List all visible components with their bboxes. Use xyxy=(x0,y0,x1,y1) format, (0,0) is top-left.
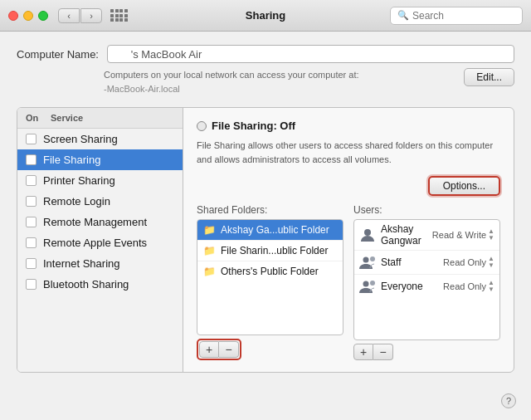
user-name-2: Everyone xyxy=(381,281,443,292)
computer-name-label: Computer Name: xyxy=(17,48,99,61)
main-panel: On Service Screen Sharing File Sharing P… xyxy=(17,107,514,373)
traffic-lights xyxy=(8,11,48,21)
computer-name-row: Computer Name: xyxy=(17,45,514,63)
local-address-line1: Computers on your local network can acce… xyxy=(104,68,359,82)
folder-icon-1: 📁 xyxy=(202,244,216,257)
printer-sharing-checkbox[interactable] xyxy=(26,175,37,186)
edit-button[interactable]: Edit... xyxy=(464,68,514,86)
maximize-button[interactable] xyxy=(38,11,48,21)
users-remove-button[interactable]: − xyxy=(373,344,393,360)
folders-remove-button[interactable]: − xyxy=(219,341,239,358)
bluetooth-sharing-label: Bluetooth Sharing xyxy=(43,278,129,291)
options-button-row: Options... xyxy=(197,176,500,196)
stepper-icon-2[interactable]: ▲▼ xyxy=(488,280,494,293)
sidebar-item-file-sharing[interactable]: File Sharing xyxy=(17,149,183,170)
window-title: Sharing xyxy=(246,9,285,22)
remote-apple-events-checkbox[interactable] xyxy=(26,237,37,248)
folder-item-0[interactable]: 📁 Akshay Ga...ublic Folder xyxy=(197,220,343,241)
sidebar-item-remote-apple-events[interactable]: Remote Apple Events xyxy=(17,232,183,253)
users-add-button[interactable]: + xyxy=(353,344,373,360)
screen-sharing-checkbox[interactable] xyxy=(26,134,37,144)
remote-apple-events-label: Remote Apple Events xyxy=(43,237,147,249)
user-permission-1: Read Only ▲▼ xyxy=(443,256,494,269)
content-area: Computer Name: Computers on your local n… xyxy=(0,32,531,420)
stepper-icon-0[interactable]: ▲▼ xyxy=(488,228,494,242)
shared-folders-list: 📁 Akshay Ga...ublic Folder 📁 File Sharin… xyxy=(197,219,343,335)
search-icon: 🔍 xyxy=(397,10,409,21)
user-icon-1 xyxy=(359,254,376,271)
right-panel: File Sharing: Off File Sharing allows ot… xyxy=(183,108,514,372)
grid-icon[interactable] xyxy=(110,9,128,22)
folders-bottom: + − xyxy=(197,339,343,360)
folder-item-1[interactable]: 📁 File Sharin...ublic Folder xyxy=(197,241,343,261)
screen-sharing-label: Screen Sharing xyxy=(43,133,118,145)
sidebar-header: On Service xyxy=(17,108,183,129)
folder-item-2[interactable]: 📁 Others's Public Folder xyxy=(197,261,343,281)
nav-buttons: ‹ › xyxy=(58,8,102,23)
user-permission-0: Read & Write ▲▼ xyxy=(432,228,494,242)
remote-management-checkbox[interactable] xyxy=(26,217,37,227)
internet-sharing-checkbox[interactable] xyxy=(26,258,37,269)
options-button[interactable]: Options... xyxy=(428,176,500,196)
user-permission-2: Read Only ▲▼ xyxy=(443,280,494,293)
sidebar-item-internet-sharing[interactable]: Internet Sharing xyxy=(17,253,183,274)
sidebar-item-screen-sharing[interactable]: Screen Sharing xyxy=(17,129,183,149)
radio-off-icon[interactable] xyxy=(197,121,207,131)
local-address-text: Computers on your local network can acce… xyxy=(104,68,359,95)
folder-name-0: Akshay Ga...ublic Folder xyxy=(221,224,329,236)
user-name-0: Akshay Gangwar xyxy=(381,223,432,247)
user-icon-0 xyxy=(359,227,376,243)
user-item-0[interactable]: Akshay Gangwar Read & Write ▲▼ xyxy=(354,220,499,251)
minimize-button[interactable] xyxy=(23,11,33,21)
close-button[interactable] xyxy=(8,11,18,21)
sidebar: On Service Screen Sharing File Sharing P… xyxy=(17,108,183,372)
svg-point-2 xyxy=(370,256,375,261)
user-item-2[interactable]: Everyone Read Only ▲▼ xyxy=(354,275,499,298)
users-section: Users: Akshay Gangwar Read & xyxy=(353,204,500,360)
help-button[interactable]: ? xyxy=(501,393,516,408)
search-bar[interactable]: 🔍 xyxy=(390,7,523,25)
folders-section: Shared Folders: 📁 Akshay Ga...ublic Fold… xyxy=(197,204,343,360)
sharing-description: File Sharing allows other users to acces… xyxy=(197,139,500,166)
user-name-1: Staff xyxy=(381,256,443,268)
sharing-status-row: File Sharing: Off xyxy=(197,120,500,132)
sidebar-item-remote-login[interactable]: Remote Login xyxy=(17,191,183,212)
sidebar-item-remote-management[interactable]: Remote Management xyxy=(17,212,183,232)
folders-add-button[interactable]: + xyxy=(199,341,219,358)
folder-icon-2: 📁 xyxy=(202,265,216,278)
users-bottom: + − xyxy=(353,344,500,360)
search-input[interactable] xyxy=(412,10,515,22)
stepper-icon-1[interactable]: ▲▼ xyxy=(488,256,494,269)
local-address-row: Computers on your local network can acce… xyxy=(17,68,514,95)
sidebar-item-bluetooth-sharing[interactable]: Bluetooth Sharing xyxy=(17,274,183,295)
file-sharing-checkbox[interactable] xyxy=(26,154,37,165)
remote-login-label: Remote Login xyxy=(43,195,110,208)
folders-users-row: Shared Folders: 📁 Akshay Ga...ublic Fold… xyxy=(197,204,500,360)
title-bar: ‹ › Sharing 🔍 xyxy=(0,0,531,32)
svg-point-1 xyxy=(363,257,369,263)
folders-add-remove-highlight: + − xyxy=(197,339,241,360)
folder-name-2: Others's Public Folder xyxy=(221,266,319,277)
bluetooth-sharing-checkbox[interactable] xyxy=(26,279,37,290)
svg-point-0 xyxy=(364,229,371,236)
shared-folders-label: Shared Folders: xyxy=(197,204,343,216)
folder-icon-0: 📁 xyxy=(202,223,216,237)
remote-login-checkbox[interactable] xyxy=(26,196,37,207)
sharing-status-label: File Sharing: Off xyxy=(212,120,295,132)
svg-point-3 xyxy=(363,281,369,287)
file-sharing-label: File Sharing xyxy=(43,154,100,166)
users-list: Akshay Gangwar Read & Write ▲▼ xyxy=(353,219,500,340)
remote-management-label: Remote Management xyxy=(43,216,147,228)
internet-sharing-label: Internet Sharing xyxy=(43,257,120,270)
sidebar-header-on: On xyxy=(26,113,51,123)
printer-sharing-label: Printer Sharing xyxy=(43,174,115,187)
users-label: Users: xyxy=(353,204,500,216)
forward-button[interactable]: › xyxy=(80,8,102,23)
user-item-1[interactable]: Staff Read Only ▲▼ xyxy=(354,251,499,275)
computer-name-input[interactable] xyxy=(107,45,514,63)
sidebar-item-printer-sharing[interactable]: Printer Sharing xyxy=(17,170,183,191)
svg-point-4 xyxy=(370,281,375,286)
folder-name-1: File Sharin...ublic Folder xyxy=(221,245,328,256)
user-icon-2 xyxy=(359,278,376,295)
back-button[interactable]: ‹ xyxy=(58,8,80,23)
